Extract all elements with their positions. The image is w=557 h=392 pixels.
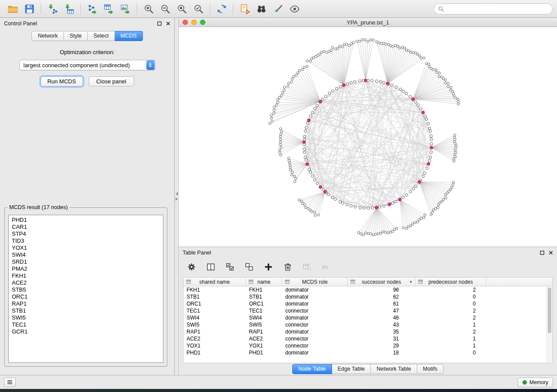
table-panel: Table Panel f(x) shared namenameMCDS rol… xyxy=(178,247,557,375)
network-window-titlebar[interactable]: YPA_prune.txt_1 xyxy=(179,18,557,27)
mcds-result-item[interactable]: CAR1 xyxy=(9,224,163,230)
close-panel-icon[interactable] xyxy=(166,21,170,26)
window-zoom-button[interactable] xyxy=(200,20,205,25)
table-cell-shared_name: TEC1 xyxy=(183,308,246,314)
table-row[interactable]: ORC1ORC1dominator610 xyxy=(183,300,552,307)
float-table-panel-icon[interactable] xyxy=(540,251,544,255)
table-scrollbar[interactable] xyxy=(547,287,552,362)
table-row[interactable]: FKH1FKH1dominator962 xyxy=(183,286,552,293)
close-table-panel-icon[interactable] xyxy=(549,251,553,255)
search-box[interactable] xyxy=(434,3,553,14)
clone-network-button[interactable] xyxy=(236,2,253,16)
export-network-button[interactable] xyxy=(84,2,100,16)
column-visibility-button[interactable] xyxy=(205,262,217,274)
column-type-icon xyxy=(350,279,355,284)
apply-style-button[interactable] xyxy=(270,2,286,16)
save-icon xyxy=(24,3,35,14)
window-minimize-button[interactable] xyxy=(191,20,197,25)
panel-menu-button[interactable] xyxy=(4,378,16,387)
mcds-result-item[interactable]: TEC1 xyxy=(9,321,163,328)
column-header[interactable]: shared name xyxy=(183,278,246,286)
save-session-button[interactable] xyxy=(21,2,38,16)
criterion-dropdown[interactable]: largest connected component (undirected) xyxy=(19,60,156,70)
export-table-button[interactable] xyxy=(100,2,117,16)
search-input[interactable] xyxy=(446,6,548,12)
mcds-result-item[interactable]: RAP1 xyxy=(9,300,163,307)
table-tab-node-table[interactable]: Node Table xyxy=(292,364,332,374)
table-row[interactable]: STB1STB1dominator620 xyxy=(183,293,552,300)
mcds-result-item[interactable]: STB5 xyxy=(9,286,163,293)
import-network-button[interactable] xyxy=(44,2,61,16)
mcds-result-list[interactable]: PHD1CAR1STP4TID3YOX1SWI4SRD1PMA2FKH1ACE2… xyxy=(8,215,163,363)
table-cell-predecessor_nodes: 2 xyxy=(415,315,486,321)
table-row[interactable]: YOX1YOX1connector291 xyxy=(183,342,552,349)
table-row[interactable]: SWI5SWI5connector431 xyxy=(183,321,552,328)
close-mcds-panel-button[interactable]: Close panel xyxy=(89,76,134,86)
fx-icon: f(x) xyxy=(322,262,331,273)
network-graph[interactable] xyxy=(179,27,557,247)
float-panel-icon[interactable] xyxy=(157,21,162,26)
table-panel-tabs: Node TableEdge TableNetwork TableMotifs xyxy=(179,363,557,375)
mcds-result-item[interactable]: SWI4 xyxy=(9,251,163,258)
control-tab-mcds[interactable]: MCDS xyxy=(115,31,143,41)
delete-column-button[interactable] xyxy=(282,262,294,274)
table-panel-title: Table Panel xyxy=(183,250,211,256)
column-header[interactable]: MCDS role xyxy=(282,278,348,286)
mcds-result-item[interactable]: SRD1 xyxy=(9,258,163,265)
mcds-result-item[interactable]: SWI5 xyxy=(9,314,163,321)
table-row[interactable]: PHD1PHD1dominator180 xyxy=(183,349,552,356)
deselect-all-rows-button[interactable] xyxy=(243,262,255,274)
collapse-right-icon[interactable] xyxy=(176,197,178,201)
scrollbar-thumb[interactable] xyxy=(548,288,551,333)
create-column-button[interactable] xyxy=(263,262,274,274)
network-window: YPA_prune.txt_1 xyxy=(178,18,557,247)
zoom-selected-button[interactable] xyxy=(190,2,207,16)
table-tab-edge-table[interactable]: Edge Table xyxy=(332,364,371,374)
mcds-result-item[interactable]: ACE2 xyxy=(9,279,163,286)
memory-button[interactable]: Memory xyxy=(518,378,553,387)
toolbar-separator xyxy=(210,3,210,14)
find-button[interactable] xyxy=(253,2,270,16)
table-row[interactable]: TEC1TEC1connector472 xyxy=(183,307,552,314)
column-header[interactable]: predecessor nodes xyxy=(415,278,486,286)
mcds-result-item[interactable]: TID3 xyxy=(9,237,163,244)
open-file-button[interactable] xyxy=(4,2,21,16)
table-row[interactable]: SWI4SWI4dominator462 xyxy=(183,314,552,321)
mcds-result-item[interactable]: YOX1 xyxy=(9,244,163,251)
zoom-fit-button[interactable] xyxy=(173,2,190,16)
mcds-result-item[interactable]: STB1 xyxy=(9,307,163,314)
refresh-layout-button[interactable] xyxy=(213,2,230,16)
select-all-rows-button[interactable] xyxy=(224,262,236,274)
export-network-icon xyxy=(87,3,98,14)
control-tab-select[interactable]: Select xyxy=(88,31,115,41)
column-header[interactable]: name xyxy=(246,278,282,286)
collapse-left-icon[interactable] xyxy=(176,192,178,196)
mcds-result-item[interactable]: GCR1 xyxy=(9,328,163,335)
mcds-result-item[interactable]: FKH1 xyxy=(9,272,163,279)
mcds-result-box: MCDS result (17 nodes) PHD1CAR1STP4TID3Y… xyxy=(4,204,167,367)
table-cell-name: RAP1 xyxy=(246,329,282,335)
window-close-button[interactable] xyxy=(183,20,188,25)
network-canvas[interactable] xyxy=(179,27,557,247)
column-header[interactable]: successor nodes▾ xyxy=(348,278,415,286)
toggle-details-button[interactable] xyxy=(286,2,303,16)
mcds-result-item[interactable]: STP4 xyxy=(9,230,163,237)
export-image-button[interactable] xyxy=(117,2,134,16)
table-row[interactable]: ACE2ACE2connector311 xyxy=(183,335,552,342)
import-table-button[interactable] xyxy=(61,2,77,16)
control-tab-network[interactable]: Network xyxy=(31,31,64,41)
table-settings-button[interactable] xyxy=(186,262,197,274)
table-row[interactable]: RAP1RAP1dominator352 xyxy=(183,328,552,335)
zoom-in-button[interactable] xyxy=(140,2,157,16)
mcds-result-item[interactable]: PMA2 xyxy=(9,265,163,272)
mcds-result-item[interactable]: ORC1 xyxy=(9,293,163,300)
deselect-all-icon xyxy=(245,262,254,273)
table-cell-name: YOX1 xyxy=(246,343,282,349)
control-tab-style[interactable]: Style xyxy=(64,31,88,41)
table-tab-motifs[interactable]: Motifs xyxy=(417,364,443,374)
run-mcds-button[interactable]: Run MCDS xyxy=(41,76,83,86)
panel-splitter[interactable] xyxy=(175,18,178,375)
table-tab-network-table[interactable]: Network Table xyxy=(371,364,417,374)
zoom-out-button[interactable] xyxy=(157,2,173,16)
mcds-result-item[interactable]: PHD1 xyxy=(9,217,163,224)
